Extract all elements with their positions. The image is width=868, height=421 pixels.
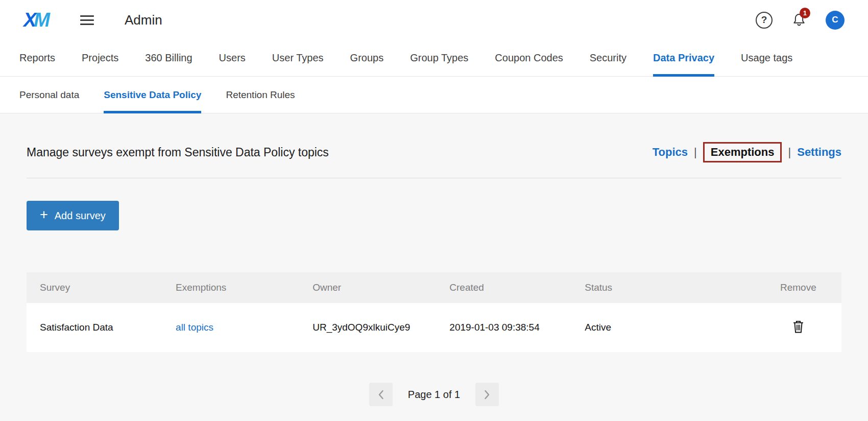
col-header-created: Created xyxy=(449,282,585,293)
question-mark-icon: ? xyxy=(761,14,767,26)
cell-created: 2019-01-03 09:38:54 xyxy=(449,322,585,333)
page-title-admin: Admin xyxy=(125,12,162,28)
chevron-right-icon xyxy=(484,390,490,400)
xm-logo: X M xyxy=(23,9,49,31)
table-header-row: Survey Exemptions Owner Created Status R… xyxy=(27,272,841,303)
cell-owner: UR_3ydOQ9xlkuiCye9 xyxy=(312,322,449,333)
next-page-button[interactable] xyxy=(475,383,499,406)
view-separator: | xyxy=(694,146,697,159)
main-content: Manage surveys exempt from Sensitive Dat… xyxy=(0,142,868,406)
cell-status: Active xyxy=(585,322,755,333)
user-avatar[interactable]: C xyxy=(826,11,845,30)
add-survey-button[interactable]: + Add survey xyxy=(27,201,119,230)
top-header: X M Admin ? 1 C xyxy=(0,0,868,40)
previous-page-button[interactable] xyxy=(369,383,393,406)
table-row: Satisfaction Data all topics UR_3ydOQ9xl… xyxy=(27,303,841,352)
trash-icon xyxy=(793,320,804,333)
tab-retention-rules[interactable]: Retention Rules xyxy=(226,77,295,113)
all-topics-link[interactable]: all topics xyxy=(176,322,213,333)
remove-survey-button[interactable] xyxy=(791,318,806,337)
data-privacy-sub-nav: Personal data Sensitive Data Policy Rete… xyxy=(0,77,868,113)
tab-usage-tags[interactable]: Usage tags xyxy=(741,40,792,76)
exemptions-table: Survey Exemptions Owner Created Status R… xyxy=(27,272,841,352)
section-title: Manage surveys exempt from Sensitive Dat… xyxy=(27,146,329,159)
tab-personal-data[interactable]: Personal data xyxy=(19,77,79,113)
view-link-topics[interactable]: Topics xyxy=(653,146,688,159)
view-link-exemptions-highlighted[interactable]: Exemptions xyxy=(703,142,782,162)
col-header-exemptions: Exemptions xyxy=(176,282,312,293)
admin-main-nav: Reports Projects 360 Billing Users User … xyxy=(0,40,868,77)
logo-letter-m: M xyxy=(34,9,49,31)
tab-coupon-codes[interactable]: Coupon Codes xyxy=(495,40,563,76)
header-actions: ? 1 C xyxy=(756,11,845,30)
avatar-initial: C xyxy=(832,15,838,25)
hamburger-menu-icon[interactable] xyxy=(80,15,94,25)
plus-icon: + xyxy=(40,208,48,222)
col-header-survey: Survey xyxy=(27,282,176,293)
col-header-remove: Remove xyxy=(755,282,841,293)
content-title-row: Manage surveys exempt from Sensitive Dat… xyxy=(27,142,841,162)
help-button[interactable]: ? xyxy=(756,12,773,29)
notifications-button[interactable]: 1 xyxy=(792,12,806,28)
tab-data-privacy[interactable]: Data Privacy xyxy=(653,40,714,76)
tab-user-types[interactable]: User Types xyxy=(272,40,324,76)
view-link-settings[interactable]: Settings xyxy=(797,146,841,159)
col-header-status: Status xyxy=(585,282,755,293)
pagination: Page 1 of 1 xyxy=(27,383,841,406)
pagination-label: Page 1 of 1 xyxy=(408,389,460,401)
tab-sensitive-data-policy[interactable]: Sensitive Data Policy xyxy=(104,77,201,113)
tab-360-billing[interactable]: 360 Billing xyxy=(145,40,192,76)
title-divider xyxy=(27,178,841,178)
tab-security[interactable]: Security xyxy=(590,40,626,76)
tab-group-types[interactable]: Group Types xyxy=(410,40,468,76)
view-separator: | xyxy=(788,146,791,159)
col-header-owner: Owner xyxy=(312,282,449,293)
tab-reports[interactable]: Reports xyxy=(19,40,55,76)
chevron-left-icon xyxy=(378,390,384,400)
logo-letter-x: X xyxy=(23,9,35,31)
tab-users[interactable]: Users xyxy=(219,40,246,76)
view-switcher: Topics | Exemptions | Settings xyxy=(653,142,841,162)
add-survey-label: Add survey xyxy=(55,210,106,222)
tab-projects[interactable]: Projects xyxy=(82,40,118,76)
cell-survey-name: Satisfaction Data xyxy=(27,322,176,333)
notification-badge: 1 xyxy=(800,8,810,18)
tab-groups[interactable]: Groups xyxy=(350,40,384,76)
